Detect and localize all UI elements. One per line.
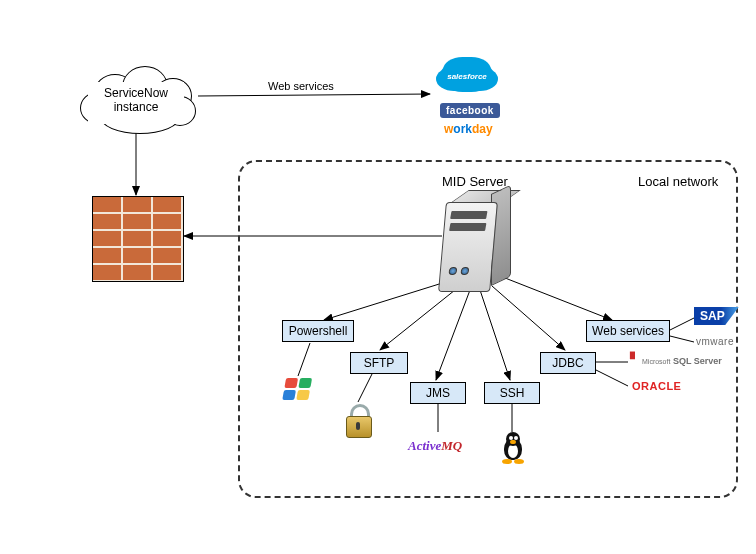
svg-line-1 (198, 94, 430, 96)
padlock-icon (344, 404, 372, 436)
protocol-sftp: SFTP (350, 352, 408, 374)
firewall-icon (92, 196, 184, 282)
protocol-web-services: Web services (586, 320, 670, 342)
mid-server-icon (442, 190, 512, 294)
vendor-sap: SAP (694, 306, 739, 325)
vendor-sqlserver: ▘Microsoft SQL Server (630, 356, 722, 366)
web-services-arrow-label: Web services (268, 80, 334, 92)
vendor-oracle: ORACLE (632, 380, 681, 392)
vendor-vmware: vmware (696, 336, 734, 347)
servicenow-cloud: ServiceNow instance (76, 64, 196, 134)
vendor-activemq: ActiveMQ (408, 438, 462, 454)
vendor-salesforce: salesforce (440, 60, 494, 92)
tux-icon (500, 432, 526, 462)
cloud-line2: instance (114, 100, 159, 114)
protocol-ssh: SSH (484, 382, 540, 404)
vendor-facebook: facebook (440, 100, 500, 118)
cloud-line1: ServiceNow (104, 86, 168, 100)
local-network-title: Local network (638, 174, 718, 190)
protocol-jdbc: JDBC (540, 352, 596, 374)
protocol-jms: JMS (410, 382, 466, 404)
mid-server-label: MID Server (442, 174, 508, 190)
vendor-workday: workday (444, 122, 493, 136)
protocol-powershell: Powershell (282, 320, 354, 342)
windows-icon (284, 378, 312, 402)
